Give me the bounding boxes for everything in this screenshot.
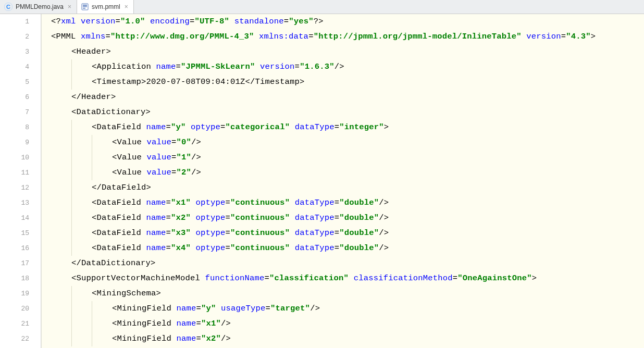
code-token: "x4": [171, 243, 191, 253]
code-token: />: [379, 213, 389, 222]
code-token: version: [255, 62, 295, 71]
line-number: 4: [0, 59, 41, 74]
code-editor[interactable]: 12345678910111213141516171819202122 <?xm…: [0, 14, 644, 348]
code-token: =: [166, 122, 171, 132]
line-number: 11: [0, 165, 41, 180]
code-token: =: [295, 62, 300, 71]
editor-tabbar: CPMMLDemo.java×svm.pmml×: [0, 0, 644, 14]
code-line[interactable]: <Value value="0"/>: [41, 135, 644, 150]
code-line[interactable]: <DataDictionary>: [41, 105, 644, 120]
code-line[interactable]: <Value value="2"/>: [41, 165, 644, 180]
code-token: <MiningField: [112, 334, 177, 343]
line-number: 9: [0, 135, 41, 150]
line-number: 10: [0, 150, 41, 165]
code-line[interactable]: </DataDictionary>: [41, 256, 644, 271]
code-line[interactable]: <SupportVectorMachineModel functionName=…: [41, 271, 644, 286]
code-token: <Header>: [71, 47, 111, 56]
code-token: dataType: [290, 228, 335, 238]
code-token: <DataDictionary>: [71, 107, 151, 117]
code-token: </Timestamp>: [245, 77, 305, 86]
code-token: =: [196, 319, 202, 328]
close-icon[interactable]: ×: [68, 4, 71, 10]
code-token: =: [226, 198, 231, 207]
code-token: name: [146, 122, 166, 132]
code-token: =: [166, 228, 171, 238]
code-token: "OneAgainstOne": [457, 274, 532, 283]
code-line[interactable]: <DataField name="y" optype="categorical"…: [41, 120, 644, 135]
code-token: =: [335, 122, 340, 132]
line-number: 18: [0, 271, 41, 286]
code-token: "x3": [171, 228, 191, 238]
code-line[interactable]: </Header>: [41, 90, 644, 105]
code-token: <DataField: [92, 122, 146, 132]
code-token: =: [166, 213, 171, 222]
code-token: name: [146, 243, 166, 253]
code-line[interactable]: <MiningField name="x1"/>: [41, 316, 644, 331]
code-token: =: [266, 304, 271, 313]
code-line[interactable]: <MiningSchema>: [41, 286, 644, 301]
code-line[interactable]: <DataField name="x3" optype="continuous"…: [41, 226, 644, 241]
indent-guide: [71, 195, 72, 210]
close-icon[interactable]: ×: [125, 4, 128, 10]
code-line[interactable]: <?xml version="1.0" encoding="UTF-8" sta…: [41, 14, 644, 29]
code-token: "double": [339, 198, 379, 207]
code-token: name: [177, 304, 196, 313]
code-token: =: [171, 138, 177, 147]
indent-guide: [92, 301, 93, 316]
code-token: xml version: [61, 17, 116, 26]
code-token: "categorical": [226, 122, 290, 132]
code-token: />: [310, 304, 320, 313]
code-token: =: [171, 153, 177, 162]
code-line[interactable]: <Value value="1"/>: [41, 150, 644, 165]
code-token: "continuous": [230, 243, 290, 253]
code-token: />: [191, 138, 201, 147]
code-token: "continuous": [230, 213, 290, 222]
code-token: "x1": [171, 198, 191, 207]
code-token: =: [226, 228, 231, 238]
indent-guide: [71, 210, 72, 226]
indent-guide: [71, 331, 72, 346]
editor-tab[interactable]: CPMMLDemo.java×: [0, 0, 77, 14]
code-line[interactable]: <Application name="JPMML-SkLearn" versio…: [41, 59, 644, 74]
indent-guide: [92, 165, 93, 180]
code-line[interactable]: <Timestamp>2020-07-08T09:04:01Z</Timesta…: [41, 74, 644, 90]
code-token: <DataField: [92, 198, 146, 207]
code-token: =: [226, 213, 231, 222]
code-line[interactable]: <Header>: [41, 44, 644, 59]
code-line[interactable]: <MiningField name="y" usageType="target"…: [41, 301, 644, 316]
code-token: value: [147, 153, 172, 162]
code-token: >: [384, 122, 389, 132]
code-token: optype: [191, 198, 226, 207]
code-token: "continuous": [230, 198, 290, 207]
code-token: =: [176, 62, 181, 71]
code-line[interactable]: <DataField name="x1" optype="continuous"…: [41, 195, 644, 210]
line-number: 13: [0, 195, 41, 210]
code-token: <MiningSchema>: [92, 289, 161, 298]
line-number: 7: [0, 105, 41, 120]
indent-guide: [71, 301, 72, 316]
code-token: encoding: [145, 17, 190, 26]
code-content[interactable]: <?xml version="1.0" encoding="UTF-8" sta…: [41, 14, 644, 348]
code-line[interactable]: <PMML xmlns="http://www.dmg.org/PMML-4_3…: [41, 29, 644, 44]
code-line[interactable]: </DataField>: [41, 180, 644, 195]
line-number: 6: [0, 90, 41, 105]
line-number: 15: [0, 226, 41, 241]
line-number: 12: [0, 180, 41, 195]
code-token: =: [226, 243, 231, 253]
code-token: =: [335, 213, 340, 222]
code-token: =: [196, 334, 202, 343]
code-token: =: [308, 32, 314, 41]
code-line[interactable]: <MiningField name="x2"/>: [41, 331, 644, 346]
code-token: dataType: [290, 198, 335, 207]
code-token: name: [146, 213, 166, 222]
code-line[interactable]: <DataField name="x2" optype="continuous"…: [41, 210, 644, 226]
code-token: </DataDictionary>: [71, 258, 156, 268]
code-token: />: [191, 153, 201, 162]
code-token: <Value: [112, 153, 147, 162]
code-token: dataType: [290, 122, 335, 132]
code-token: "0": [177, 138, 192, 147]
line-number: 16: [0, 241, 41, 256]
line-number: 21: [0, 316, 41, 331]
editor-tab[interactable]: svm.pmml×: [77, 0, 134, 14]
code-line[interactable]: <DataField name="x4" optype="continuous"…: [41, 241, 644, 256]
